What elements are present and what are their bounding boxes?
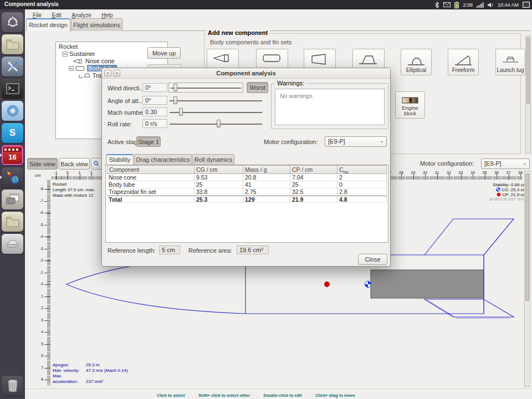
flight-stats: Apogee:25.3 m Max. velocity:47.3 m/s (Ma… [53,362,128,385]
battery-icon[interactable] [454,2,459,8]
ruler-left-number: -5 [32,223,43,227]
roll-rate-field[interactable]: 0 r/s [142,119,167,128]
chromium-launcher-icon[interactable] [2,101,23,121]
ruler-major-tick [44,344,50,345]
media-player-16-launcher-icon[interactable]: 16 [2,145,23,165]
tab-flight-simulations[interactable]: Flight simulations [71,18,122,31]
stage-1-toggle[interactable]: Stage 1 [136,136,161,147]
folder-icon [6,39,19,50]
add-launch-lug-button[interactable]: Launch lug [495,49,525,75]
table-cell: Nose cone [107,174,195,181]
mach-number-label: Mach number: [108,109,146,116]
screenshot-launcher-icon[interactable] [2,190,23,209]
canvas-scrollbar-thumb[interactable] [525,173,529,301]
move-up-button[interactable]: Move up [147,47,181,59]
ruler-major-tick [44,213,50,213]
ruler-major-tick [449,174,449,180]
side-view-button[interactable]: Side view [27,158,58,170]
ruler-major-tick [44,380,50,380]
tree-item-sustainer[interactable]: Sustainer [63,50,95,57]
ruler-major-tick [497,174,497,180]
tab-drag-characteristics[interactable]: Drag characteristics [134,154,192,165]
back-view-button[interactable]: Back view [59,158,90,170]
palette-button-label: Freeform [448,67,478,73]
motor-config-value: [E9-P] [484,160,502,167]
trash-launcher-icon[interactable] [2,376,23,396]
documents-folder-launcher-icon[interactable] [2,212,23,232]
add-engine-block-button[interactable]: Engine block [395,91,425,119]
dialog-motor-config-select[interactable]: [E9-P] ⌄ [325,136,387,147]
volume-icon[interactable] [488,2,494,8]
roll-rate-slider[interactable] [170,119,262,128]
cg-value: CG: 25.3 cm [502,187,526,192]
angle-of-attack-label: Angle of att... [108,98,144,104]
wind-direction-slider[interactable] [171,83,241,92]
palette-scrollbar[interactable] [525,35,531,154]
mach-number-field[interactable]: 0.30 [142,108,167,116]
ruler-top-number: 2 [86,171,97,175]
openrocket-launcher-icon[interactable] [2,167,23,187]
bluetooth-icon[interactable] [434,2,439,8]
ruler-left-number: 5 [32,342,43,346]
dash-home-button[interactable] [2,12,23,32]
wind-direction-field[interactable]: 0° [142,83,167,92]
tree-collapse-icon[interactable] [69,66,74,71]
table-cell: 20.8 [243,174,290,181]
tree-item-label: Nose cone [85,58,115,64]
status-hint: Click+ drag to move [315,393,355,398]
component-analysis-dialog: x o Component analysis Wind directi... 0… [101,68,391,267]
chromium-icon [6,104,19,117]
table-header-cell: Component [107,165,195,174]
menu-edit[interactable]: Edit [52,12,62,18]
tree-item-nose-cone[interactable]: Nose cone [73,58,115,64]
skype-launcher-icon[interactable]: S [2,123,23,143]
ruler-top-number: 34 [467,171,478,175]
roll-rate-label: Roll rate: [108,121,132,127]
tree-item-rocket[interactable]: Rocket [59,43,78,50]
warnings-list: No warnings. [275,89,385,125]
ruler-top-number: 28 [396,171,407,175]
ruler-major-tick [44,332,50,332]
tree-item-label: Sustainer [69,50,95,57]
mail-icon[interactable] [443,2,451,7]
disk-launcher-icon[interactable] [2,234,23,254]
close-button[interactable]: Close [358,254,387,265]
cp-value: CP: 21.9 cm [502,192,526,197]
ruler-major-tick [425,174,426,180]
acceleration-line: Max. acceleration:237 m/s² [53,374,128,385]
battery-time: 2:08 [463,2,473,8]
launch-lug-icon [502,54,519,64]
nose-cone-icon [73,59,84,64]
palette-scrollbar-thumb[interactable] [526,37,530,104]
tree-collapse-icon[interactable] [63,52,68,57]
tab-stability[interactable]: Stability [106,154,134,165]
worst-toggle-button[interactable]: Worst [247,82,268,93]
ruler-major-tick [44,249,50,249]
motor-config-select[interactable]: [E9-P] ⌄ [481,158,530,169]
files-launcher-icon[interactable] [2,34,23,54]
elliptical-fin-icon [407,54,426,66]
camera-window-icon [6,193,19,206]
angle-of-attack-field[interactable]: 0° [142,96,167,105]
ruler-left-number: -3 [32,247,43,250]
network-signal-icon[interactable] [477,2,484,8]
dialog-title: Component analysis [102,70,390,76]
mach-number-slider[interactable] [170,108,262,116]
session-icon[interactable] [523,2,530,8]
add-elliptical-fin-button[interactable]: Elliptical [401,49,432,75]
status-hint: Shift+ click to select other [198,393,250,398]
angle-of-attack-slider[interactable] [170,96,262,105]
folder-icon [6,216,19,227]
tab-roll-dynamics[interactable]: Roll dynamics [192,154,234,165]
canvas-scrollbar[interactable] [524,171,530,387]
nose-cone-icon [213,54,232,63]
menu-help[interactable]: Help [101,12,113,18]
zoom-fit-button[interactable] [91,158,102,170]
add-freeform-fin-button[interactable]: Freeform [448,49,479,75]
menu-analyze[interactable]: Analyze [71,12,91,18]
dialog-titlebar[interactable]: x o Component analysis [102,68,390,79]
terminal-launcher-icon[interactable] [2,79,23,99]
menu-file[interactable]: File [33,12,42,18]
tab-rocket-design[interactable]: Rocket design [26,18,70,31]
system-settings-launcher-icon[interactable] [2,57,23,76]
